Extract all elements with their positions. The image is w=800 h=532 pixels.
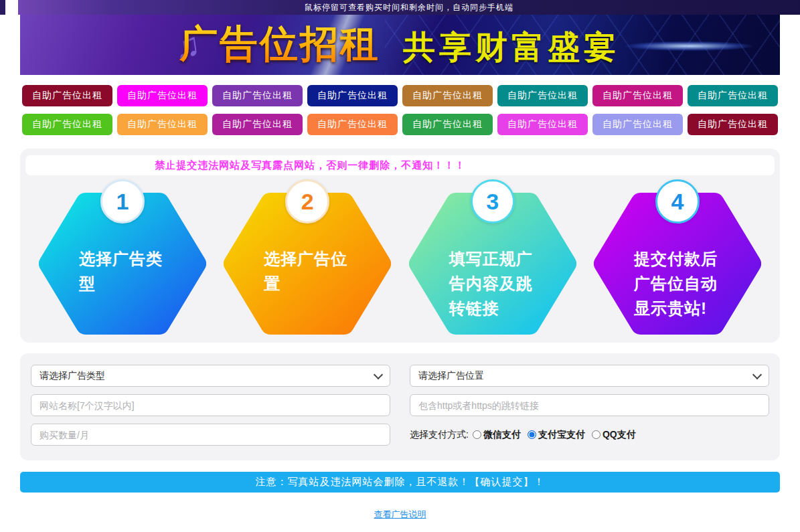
chevron-down-icon [374, 369, 383, 379]
top-notice-bar: 鼠标停留可查看购买时间和剩余时间，自动同步手机端 [18, 0, 800, 15]
steps-card: 禁止提交违法网站及写真露点网站，否则一律删除，不通知！！！ 1 选择广告类型 [20, 149, 780, 343]
page-edge-fragment [0, 0, 5, 15]
banner: ♫ 广告位招租 共享财富盛宴 [20, 15, 780, 75]
confirm-submit-button[interactable]: 注意：写真站及违法网站会删除，且不退款！【确认提交】！ [20, 472, 780, 493]
step-number-badge: 3 [471, 179, 515, 224]
payment-option-label: 支付宝支付 [538, 429, 585, 441]
ad-rent-button[interactable]: 自助广告位出租 [402, 85, 493, 106]
ad-rent-button[interactable]: 自助广告位出租 [22, 85, 112, 106]
ad-rent-button[interactable]: 自助广告位出租 [117, 85, 208, 106]
ad-rent-button[interactable]: 自助广告位出租 [117, 114, 208, 135]
warning-strip: 禁止提交违法网站及写真露点网站，否则一律删除，不通知！！！ [25, 155, 775, 175]
ad-rent-button[interactable]: 自助广告位出租 [22, 114, 112, 135]
ad-button-rows: 自助广告位出租 自助广告位出租 自助广告位出租 自助广告位出租 自助广告位出租 … [22, 85, 780, 135]
ad-rent-button[interactable]: 自助广告位出租 [592, 114, 683, 135]
radio-qq[interactable] [592, 430, 601, 439]
ad-rent-button[interactable]: 自助广告位出租 [497, 114, 588, 135]
step-label: 填写正规广告内容及跳转链接 [449, 246, 539, 321]
footer: 查看广告说明 [0, 508, 800, 521]
step-label: 选择广告位置 [264, 246, 353, 296]
ad-rent-button[interactable]: 自助广告位出租 [402, 114, 493, 135]
ad-position-select-value: 请选择广告位置 [418, 370, 484, 382]
step-3-fill-ad-content: 3 填写正规广告内容及跳转链接 [409, 179, 576, 335]
ad-rent-button[interactable]: 自助广告位出租 [497, 85, 588, 106]
ad-rent-button[interactable]: 自助广告位出租 [307, 85, 398, 106]
ad-position-select[interactable]: 请选择广告位置 [410, 365, 769, 387]
warning-text: 禁止提交违法网站及写真露点网站，否则一律删除，不通知！！！ [25, 155, 594, 175]
banner-title: 广告位招租 [179, 19, 380, 70]
payment-option-qq[interactable]: QQ支付 [592, 429, 636, 441]
step-4-submit-payment: 4 提交付款后广告位自动显示贵站! [594, 179, 761, 335]
payment-option-label: 微信支付 [483, 429, 521, 441]
site-name-input[interactable] [31, 394, 390, 416]
ad-type-select[interactable]: 请选择广告类型 [31, 365, 390, 387]
payment-option-wechat[interactable]: 微信支付 [473, 429, 521, 441]
ad-rent-button[interactable]: 自助广告位出租 [212, 85, 303, 106]
steps-row: 1 选择广告类型 2 选择广告位置 3 填写 [39, 179, 761, 335]
payment-option-label: QQ支付 [603, 429, 636, 441]
step-label: 选择广告类型 [79, 246, 169, 296]
jump-link-input[interactable] [410, 394, 769, 416]
radio-alipay[interactable] [528, 430, 536, 439]
ad-order-form: 请选择广告类型 请选择广告位置 选择支付方式: 微信支付 支付宝支付 QQ支付 [20, 353, 780, 460]
step-label: 提交付款后广告位自动显示贵站! [634, 246, 724, 321]
banner-subtitle: 共享财富盛宴 [403, 26, 620, 69]
ad-rent-button[interactable]: 自助广告位出租 [212, 114, 303, 135]
step-number-badge: 2 [285, 179, 329, 224]
payment-option-alipay[interactable]: 支付宝支付 [528, 429, 585, 441]
payment-method-row: 选择支付方式: 微信支付 支付宝支付 QQ支付 [410, 424, 769, 446]
step-number-badge: 1 [100, 179, 145, 224]
radio-wechat[interactable] [473, 430, 481, 439]
ad-rent-button[interactable]: 自助广告位出租 [592, 85, 683, 106]
payment-method-label: 选择支付方式: [410, 429, 469, 441]
ad-rent-button[interactable]: 自助广告位出租 [688, 114, 778, 135]
chevron-down-icon [752, 369, 762, 379]
ad-type-select-value: 请选择广告类型 [39, 370, 105, 382]
view-ad-instructions-link[interactable]: 查看广告说明 [374, 509, 426, 519]
step-1-choose-ad-type: 1 选择广告类型 [39, 179, 206, 335]
quantity-input[interactable] [31, 424, 390, 446]
step-number-badge: 4 [655, 179, 700, 224]
ad-rent-button[interactable]: 自助广告位出租 [307, 114, 398, 135]
step-2-choose-ad-position: 2 选择广告位置 [224, 179, 391, 335]
ad-rent-button[interactable]: 自助广告位出租 [688, 85, 778, 106]
